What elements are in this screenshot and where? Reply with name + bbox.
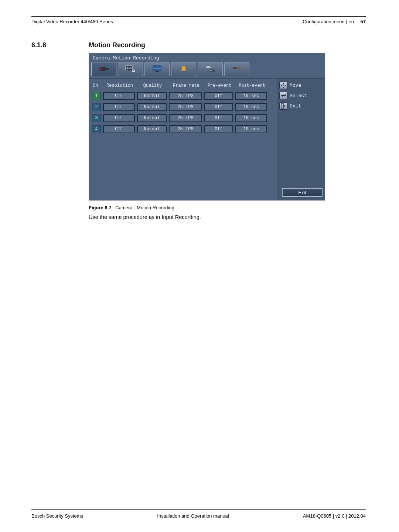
legend-move: Move [279,82,323,89]
table-row: 4 CIF Normal 25 IPS Off 10 sec [92,125,274,133]
col-header-framerate: Frame rate [170,83,203,88]
tab-schedule[interactable] [118,62,143,76]
table-row: 1 CIF Normal 25 IPS Off 10 sec [92,92,274,100]
framerate-select[interactable]: 25 IPS [169,125,202,133]
legend-move-label: Move [290,83,301,88]
header-left: Digital Video Recorder 440/480 Series [31,19,113,24]
svg-marker-24 [285,85,286,86]
exit-icon [279,102,287,110]
svg-point-15 [183,71,184,72]
grid-clock-icon [125,65,136,73]
quality-select[interactable]: Normal [137,92,167,100]
svg-rect-1 [106,68,109,70]
bell-icon [179,65,188,73]
page-number: 57 [361,19,366,24]
quality-select[interactable]: Normal [137,125,167,133]
channel-cell[interactable]: 4 [92,125,101,133]
col-header-quality: Quality [138,83,167,88]
screenshot-title: Camera-Motion Recording [89,53,325,62]
monitor-icon [152,65,162,73]
figure-label: Figure 6.7 [89,205,111,210]
legend-exit-label: Exit [290,103,301,109]
footer-left: Bosch Security Systems [31,513,83,519]
camera-icon [98,65,110,73]
column-headers: Ch Resolution Quality Frame rate Pre-eve… [92,82,274,92]
svg-rect-27 [281,104,284,108]
postevent-select[interactable]: 10 sec [235,114,267,122]
footer-right: AM18-Q0605 | v2.0 | 2012.04 [303,513,366,519]
preevent-select[interactable]: Off [204,103,233,111]
postevent-select[interactable]: 10 sec [235,92,267,100]
tab-event[interactable] [171,62,196,76]
svg-marker-28 [284,105,286,107]
header-right: Configuration menu | en 57 [303,19,366,24]
preevent-select[interactable]: Off [204,114,233,122]
legend-panel: Move Select Exit Exit [277,79,325,200]
screenshot-panel: Camera-Motion Recording [89,53,325,200]
channel-cell[interactable]: 3 [92,114,101,122]
page-footer: Bosch Security Systems Installation and … [31,513,366,519]
svg-marker-22 [283,87,284,88]
quality-select[interactable]: Normal [137,114,167,122]
svg-marker-23 [281,85,282,86]
figure-caption-text: Camera - Motion Recording [115,205,174,210]
tab-network[interactable] [198,62,223,76]
exit-button[interactable]: Exit [282,188,323,197]
framerate-select[interactable]: 25 IPS [169,114,202,122]
col-header-ch: Ch [93,83,102,88]
svg-point-16 [206,66,211,69]
svg-rect-25 [283,85,284,86]
network-icon [204,65,216,73]
footer-center: Installation and Operation manual [157,513,229,519]
postevent-select[interactable]: 10 sec [235,103,267,111]
framerate-select[interactable]: 25 IPS [169,103,202,111]
legend-exit: Exit [279,102,323,110]
enter-icon [279,92,287,99]
legend-select-label: Select [290,93,307,99]
svg-rect-20 [236,68,241,69]
quality-select[interactable]: Normal [137,103,167,111]
section-title: Motion Recording [89,41,145,49]
channel-cell[interactable]: 1 [92,92,101,100]
resolution-select[interactable]: CIF [103,103,135,111]
arrows-icon [279,82,287,89]
page-header: Digital Video Recorder 440/480 Series Co… [31,17,366,24]
framerate-select[interactable]: 25 IPS [169,92,202,100]
resolution-select[interactable]: CIF [103,125,135,133]
svg-marker-21 [283,83,284,84]
figure-caption: Figure 6.7 Camera - Motion Recording [89,205,366,210]
section-heading: 6.1.8 Motion Recording [31,41,366,49]
tab-camera[interactable] [91,62,116,76]
col-header-preevent: Pre-event [205,83,234,88]
svg-point-2 [100,68,101,70]
header-right-text: Configuration menu | en [303,19,354,24]
preevent-select[interactable]: Off [204,92,233,100]
resolution-select[interactable]: CIF [103,114,135,122]
postevent-select[interactable]: 10 sec [235,125,267,133]
hammer-icon [231,65,242,73]
legend-select: Select [279,92,323,99]
col-header-resolution: Resolution [104,83,136,88]
tab-system[interactable] [224,62,249,76]
svg-rect-12 [156,71,158,72]
table-row: 3 CIF Normal 25 IPS Off 10 sec [92,114,274,122]
table-row: 2 CIF Normal 25 IPS Off 10 sec [92,103,274,111]
svg-marker-26 [281,95,283,97]
svg-rect-3 [126,66,132,71]
tab-display[interactable] [144,62,170,76]
tab-bar [89,62,325,79]
channel-cell[interactable]: 2 [92,103,101,111]
footer-rule [31,509,366,510]
resolution-select[interactable]: CIF [103,92,135,100]
section-number: 6.1.8 [31,41,89,49]
body-text: Use the same procedure as in Input Recor… [89,214,366,220]
svg-rect-18 [210,70,212,71]
preevent-select[interactable]: Off [204,125,233,133]
col-header-postevent: Post-event [236,83,268,88]
settings-table: Ch Resolution Quality Frame rate Pre-eve… [89,79,277,200]
svg-rect-19 [233,67,236,69]
